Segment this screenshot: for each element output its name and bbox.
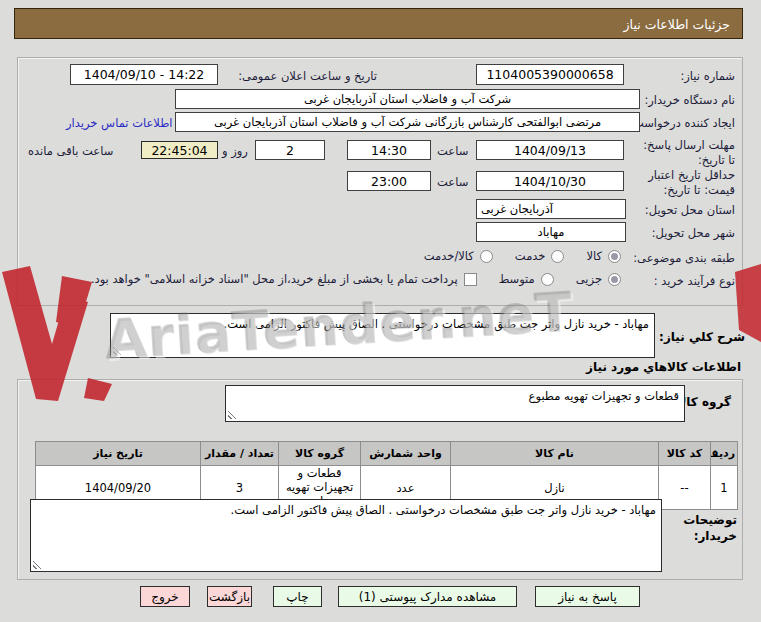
table-header-row: ردیف کد کالا نام کالا واحد شمارش گروه کا… xyxy=(36,442,738,466)
delivery-city-field[interactable]: مهاباد xyxy=(476,222,626,242)
reply-deadline-time-field[interactable]: 14:30 xyxy=(347,140,431,160)
subject-class-options: کالا خدمت کالا/خدمت xyxy=(424,249,621,263)
purchase-process-options: جزیی متوسط پرداخت تمام یا بخشی از مبلغ خ… xyxy=(91,272,621,286)
delivery-province-field[interactable]: آذربایجان غربی xyxy=(476,199,626,219)
resize-handle-icon xyxy=(113,346,122,355)
delivery-city-label: شهر محل تحویل: xyxy=(652,226,735,240)
price-validity-label: حداقل تاریخ اعتبار قیمت: تا تاریخ: xyxy=(625,168,735,198)
radio-goods-service[interactable] xyxy=(480,250,493,263)
radio-partial-label: جزیی xyxy=(576,272,602,286)
cell-row-number: 1 xyxy=(711,466,738,510)
treasury-checkbox[interactable] xyxy=(464,273,477,286)
buyer-org-label: نام دستگاه خریدار: xyxy=(644,93,735,107)
days-remaining-field[interactable]: 2 xyxy=(255,140,325,160)
buyer-notes-text: مهاباد - خرید نازل واتر جت طبق مشخصات در… xyxy=(231,503,656,517)
goods-group-text: قطعات و تجهیزات تهویه مطبوع xyxy=(529,389,679,403)
exit-button[interactable]: خروج xyxy=(140,586,190,607)
subject-class-label: طبقه بندی موضوعی: xyxy=(633,251,735,265)
purchase-process-label: نوع فرآیند خرید : xyxy=(654,274,735,288)
request-creator-field[interactable]: مرتضی ابوالفتحی کارشناس بازرگانی شرکت آب… xyxy=(175,112,640,132)
resize-handle-icon xyxy=(33,560,42,569)
countdown-label: ساعت باقی مانده xyxy=(28,144,113,158)
need-description-textarea[interactable]: مهاباد - خرید نازل واتر جت طبق مشخصات در… xyxy=(110,313,655,358)
resize-handle-icon xyxy=(228,410,237,419)
print-button[interactable]: چاپ xyxy=(273,586,322,607)
radio-goods-service-label: کالا/خدمت xyxy=(424,249,474,263)
buyer-notes-textarea[interactable]: مهاباد - خرید نازل واتر جت طبق مشخصات در… xyxy=(30,499,662,572)
buyer-contact-link[interactable]: اطلاعات تماس خریدار xyxy=(66,116,173,130)
countdown-timer: 22:45:04 xyxy=(141,141,218,159)
need-details-page: { "title_bar": { "title": "جزئیات اطلاعا… xyxy=(0,0,761,622)
radio-goods-label: کالا xyxy=(586,249,602,263)
need-description-text: مهاباد - خرید نازل واتر جت طبق مشخصات در… xyxy=(224,317,649,331)
col-row-number: ردیف xyxy=(711,442,738,466)
back-button[interactable]: بازگشت xyxy=(207,586,252,607)
reply-deadline-label: مهلت ارسال پاسخ: تا تاریخ: xyxy=(635,138,735,168)
view-attachments-button[interactable]: مشاهده مدارک پیوستی (1) xyxy=(338,586,517,607)
treasury-checkbox-label: پرداخت تمام یا بخشی از مبلغ خرید،از محل … xyxy=(91,272,458,286)
reply-to-need-button[interactable]: پاسخ به نیاز xyxy=(535,586,640,607)
col-need-date: تاریخ نیاز xyxy=(36,442,201,466)
need-number-field[interactable]: 1104005390000658 xyxy=(476,64,624,85)
buyer-org-field[interactable]: شرکت آب و فاضلاب استان آذربایجان غربی xyxy=(175,89,640,109)
request-creator-label: ایجاد کننده درخواست: xyxy=(629,116,735,130)
col-item-code: کد کالا xyxy=(659,442,711,466)
price-validity-time-field[interactable]: 23:00 xyxy=(347,171,431,191)
col-item-name: نام کالا xyxy=(451,442,659,466)
radio-medium-label: متوسط xyxy=(499,272,535,286)
announce-datetime-label: تاریخ و ساعت اعلان عمومی: xyxy=(238,69,377,83)
radio-service[interactable] xyxy=(551,250,564,263)
radio-partial[interactable] xyxy=(608,273,621,286)
radio-service-label: خدمت xyxy=(515,249,546,263)
announce-datetime-field[interactable]: 1404/09/10 - 14:22 xyxy=(70,64,218,85)
cell-item-code: -- xyxy=(659,466,711,510)
reply-deadline-date-field[interactable]: 1404/09/13 xyxy=(476,140,624,160)
price-validity-date-field[interactable]: 1404/10/30 xyxy=(476,171,624,191)
days-remaining-label: روز و xyxy=(222,144,248,158)
col-unit: واحد شمارش xyxy=(361,442,451,466)
need-description-label: شرح کلي نیاز: xyxy=(659,330,745,344)
col-quantity: تعداد / مقدار xyxy=(201,442,279,466)
delivery-province-label: استان محل تحویل: xyxy=(645,203,735,217)
need-number-label: شماره نیاز: xyxy=(680,69,735,83)
radio-goods[interactable] xyxy=(608,250,621,263)
reply-deadline-time-label: ساعت xyxy=(437,144,468,158)
goods-section-header: اطلاعات کالاهاي مورد نیاز xyxy=(586,360,741,374)
price-validity-time-label: ساعت xyxy=(437,175,468,189)
buyer-notes-label: توضیحات خریدار: xyxy=(679,512,737,544)
page-title: جزئیات اطلاعات نیاز xyxy=(14,8,743,39)
col-group: گروه کالا xyxy=(279,442,361,466)
radio-medium[interactable] xyxy=(541,273,554,286)
goods-group-textarea[interactable]: قطعات و تجهیزات تهویه مطبوع xyxy=(225,385,685,422)
